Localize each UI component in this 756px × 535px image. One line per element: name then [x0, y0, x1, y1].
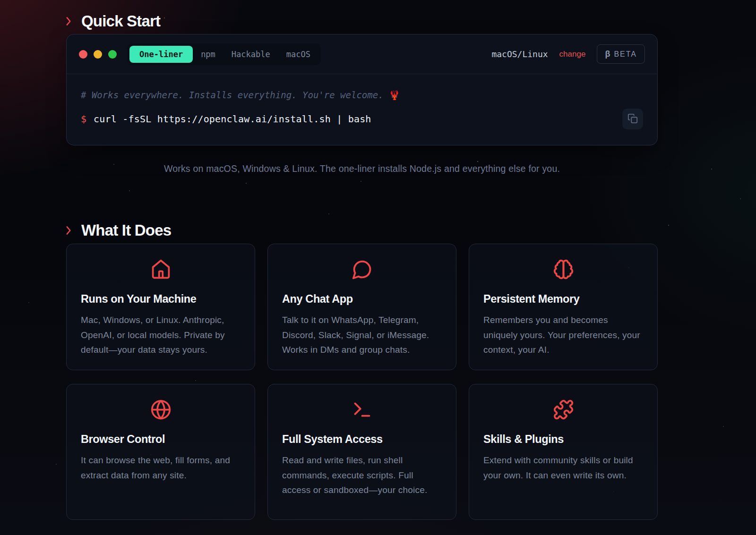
- card-title: Skills & Plugins: [483, 433, 643, 446]
- tab-macos[interactable]: macOS: [278, 46, 318, 63]
- beta-badge: β BETA: [597, 44, 645, 64]
- home-icon: [81, 259, 241, 280]
- change-platform-link[interactable]: change: [559, 50, 586, 59]
- terminal-icon: [282, 399, 442, 420]
- terminal-header: One-liner npm Hackable macOS macOS/Linux…: [67, 34, 657, 74]
- quick-start-heading-row: Quick Start: [62, 12, 658, 30]
- card-persistent-memory: Persistent Memory Remembers you and beco…: [469, 244, 658, 370]
- what-it-does-heading-row: What It Does: [62, 221, 658, 239]
- card-browser-control: Browser Control It can browse the web, f…: [66, 384, 255, 520]
- card-skills-and-plugins: Skills & Plugins Extend with community s…: [469, 384, 658, 520]
- tab-hackable[interactable]: Hackable: [223, 46, 278, 63]
- card-title: Full System Access: [282, 433, 442, 446]
- lobster-emoji: 🦞: [389, 90, 400, 100]
- beta-label: BETA: [614, 50, 637, 59]
- beta-symbol: β: [605, 49, 610, 59]
- install-command: curl -fsSL https://openclaw.ai/install.s…: [94, 113, 371, 125]
- card-body: Mac, Windows, or Linux. Anthropic, OpenA…: [81, 313, 241, 357]
- shell-prompt: $: [81, 113, 86, 125]
- globe-icon: [81, 399, 241, 420]
- code-comment-line: # Works everywhere. Installs everything.…: [81, 90, 643, 101]
- platform-label: macOS/Linux: [491, 49, 548, 59]
- brain-icon: [483, 259, 643, 280]
- command-row: $ curl -fsSL https://openclaw.ai/install…: [81, 109, 643, 129]
- close-window-dot: [79, 50, 87, 59]
- card-body: Remembers you and becomes uniquely yours…: [483, 313, 643, 357]
- card-body: Talk to it on WhatsApp, Telegram, Discor…: [282, 313, 442, 357]
- card-title: Persistent Memory: [483, 293, 643, 306]
- card-title: Browser Control: [81, 433, 241, 446]
- what-it-does-title: What It Does: [81, 221, 171, 239]
- install-method-tabs: One-liner npm Hackable macOS: [127, 43, 321, 65]
- copy-icon: [627, 113, 638, 125]
- puzzle-icon: [483, 399, 643, 420]
- tab-one-liner[interactable]: One-liner: [129, 46, 193, 63]
- card-title: Any Chat App: [282, 293, 442, 306]
- maximize-window-dot: [108, 50, 117, 59]
- chevron-right-icon: [62, 14, 75, 28]
- tab-npm[interactable]: npm: [193, 46, 223, 63]
- quick-start-subtitle: Works on macOS, Windows & Linux. The one…: [66, 163, 658, 174]
- card-body: Extend with community skills or build yo…: [483, 453, 643, 483]
- card-body: It can browse the web, fill forms, and e…: [81, 453, 241, 483]
- terminal-card: One-liner npm Hackable macOS macOS/Linux…: [66, 34, 658, 145]
- minimize-window-dot: [94, 50, 102, 59]
- card-any-chat-app: Any Chat App Talk to it on WhatsApp, Tel…: [267, 244, 456, 370]
- terminal-header-right: macOS/Linux change β BETA: [491, 44, 645, 64]
- what-it-does-section: What It Does Runs on Your Machine Mac, W…: [66, 221, 658, 520]
- window-controls: [79, 50, 117, 59]
- terminal-body: # Works everywhere. Installs everything.…: [67, 74, 657, 129]
- card-body: Read and write files, run shell commands…: [282, 453, 442, 498]
- card-title: Runs on Your Machine: [81, 293, 241, 306]
- message-circle-icon: [282, 259, 442, 280]
- card-full-system-access: Full System Access Read and write files,…: [267, 384, 456, 520]
- quick-start-title: Quick Start: [81, 12, 160, 30]
- card-runs-on-your-machine: Runs on Your Machine Mac, Windows, or Li…: [66, 244, 255, 370]
- feature-cards-grid: Runs on Your Machine Mac, Windows, or Li…: [66, 244, 658, 520]
- copy-command-button[interactable]: [622, 109, 643, 129]
- page-content: Quick Start One-liner npm Hackable macOS…: [66, 0, 658, 520]
- chevron-right-icon: [62, 223, 75, 238]
